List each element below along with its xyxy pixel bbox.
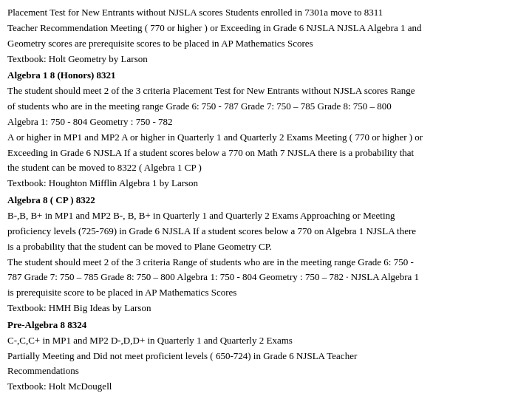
intro-line2: Teacher Recommendation Meeting ( 770 or … bbox=[7, 21, 525, 35]
algebra18-line6: the student can be moved to 8322 ( Algeb… bbox=[7, 161, 525, 175]
algebra8cp-line3: is a probability that the student can be… bbox=[7, 240, 525, 254]
intro-section: Placement Test for New Entrants without … bbox=[7, 6, 525, 66]
prealgebra8-line1: C-,C,C+ in MP1 and MP2 D-,D,D+ in Quarte… bbox=[7, 334, 525, 348]
prealgebra8-line2: Partially Meeting and Did not meet profi… bbox=[7, 349, 525, 364]
algebra8cp-line5: 787 Grade 7: 750 – 785 Grade 8: 750 – 80… bbox=[7, 270, 525, 284]
algebra18-line5: Exceeding in Grade 6 NJSLA If a student … bbox=[7, 146, 525, 160]
prealgebra8-line4: Textbook: Holt McDougell bbox=[7, 380, 525, 394]
prealgebra8-line3: Recommendations bbox=[7, 364, 525, 378]
prealgebra8-heading: Pre-Algebra 8 8324 bbox=[7, 318, 525, 332]
algebra8cp-heading: Algebra 8 ( CP ) 8322 bbox=[7, 194, 525, 208]
algebra18-line7: Textbook: Houghton Mifflin Algebra 1 by … bbox=[7, 177, 525, 191]
algebra18-line1: The student should meet 2 of the 3 crite… bbox=[7, 84, 525, 98]
prealgebra8-section: Pre-Algebra 8 8324 C-,C,C+ in MP1 and MP… bbox=[7, 318, 525, 394]
algebra18-line2: of students who are in the meeting range… bbox=[7, 100, 525, 114]
algebra8cp-line1: B-,B, B+ in MP1 and MP2 B-, B, B+ in Qua… bbox=[7, 209, 525, 223]
intro-line1: Placement Test for New Entrants without … bbox=[7, 6, 525, 20]
algebra18-line3: Algebra 1: 750 - 804 Geometry : 750 - 78… bbox=[7, 115, 525, 129]
intro-line3: Geometry scores are prerequisite scores … bbox=[7, 37, 525, 51]
algebra8cp-section: Algebra 8 ( CP ) 8322 B-,B, B+ in MP1 an… bbox=[7, 194, 525, 316]
algebra8cp-line2: proficiency levels (725-769) in Grade 6 … bbox=[7, 225, 525, 239]
algebra18-line4: A or higher in MP1 and MP2 A or higher i… bbox=[7, 131, 525, 145]
algebra8cp-line6: is prerequisite score to be placed in AP… bbox=[7, 286, 525, 300]
algebra18-section: Algebra 1 8 (Honors) 8321 The student sh… bbox=[7, 69, 525, 191]
main-content: Placement Test for New Entrants without … bbox=[7, 6, 525, 394]
algebra8cp-line4: The student should meet 2 of the 3 crite… bbox=[7, 256, 525, 270]
algebra8cp-line7: Textbook: HMH Big Ideas by Larson bbox=[7, 301, 525, 316]
intro-line4: Textbook: Holt Geometry by Larson bbox=[7, 52, 525, 66]
algebra18-heading: Algebra 1 8 (Honors) 8321 bbox=[7, 69, 525, 83]
